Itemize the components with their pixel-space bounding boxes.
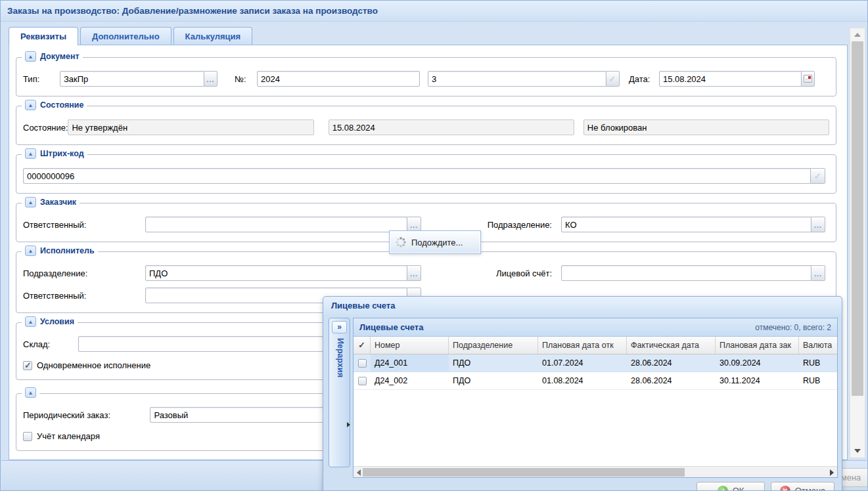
fieldset-barcode: ▲ Штрих-код ✓ [16,154,836,194]
doc-number-input[interactable] [257,71,420,87]
column-plan-open[interactable]: Плановая дата отк [538,337,627,354]
customer-responsible-label: Ответственный: [23,220,145,230]
doc-number-field [257,71,420,87]
row-checkbox[interactable] [358,377,367,385]
doc-date-calendar-icon[interactable] [802,71,815,87]
calendar-label: Учёт календаря [37,431,100,441]
customer-division-label: Подразделение: [488,220,561,230]
customer-division-field: ... [561,217,825,232]
executor-account-browse-icon[interactable]: ... [811,265,825,281]
table-row[interactable]: Д24_001 ПДО 01.07.2024 28.06.2024 30.09.… [354,354,837,372]
grid-count: отмечено: 0, всего: 2 [755,323,831,332]
customer-responsible-input[interactable] [145,217,407,232]
doc-date-label: Дата: [629,74,659,84]
simultaneous-checkbox[interactable] [23,361,32,370]
tab-rekvizity[interactable]: Реквизиты [9,27,78,45]
customer-division-group: Подразделение: ... [488,217,829,232]
simultaneous-label: Одновременное исполнение [37,360,150,370]
popup-title: Лицевые счета [323,297,842,315]
column-currency[interactable]: Валюта [799,337,837,354]
fieldset-state: ▲ Состояние Состояние: [16,106,836,145]
scroll-up-icon[interactable] [850,30,865,40]
cell-plan-open: 01.08.2024 [538,372,627,389]
calendar-checkbox[interactable] [23,432,32,441]
scroll-right-icon[interactable] [828,469,836,476]
fieldset-barcode-title: Штрих-код [40,149,84,158]
column-number[interactable]: Номер [371,337,449,354]
fieldset-periodic-legend: ▲ [22,387,39,398]
state-status-input [68,119,313,135]
calendar-glyph [804,75,812,83]
cancel-button[interactable]: ✕ Отмена [771,482,834,491]
collapse-icon[interactable]: ▲ [25,51,36,62]
fieldset-conditions-legend: ▲ Условия [22,316,78,327]
customer-division-browse-icon[interactable]: ... [811,217,825,232]
scroll-down-icon[interactable] [850,446,865,456]
cell-plan-open: 01.07.2024 [538,354,627,372]
cell-fact-date: 28.06.2024 [627,372,716,389]
grid-horizontal-scrollbar[interactable] [354,466,837,477]
accounts-popup: Лицевые счета » Иерархия Лицевые счета о… [323,296,842,491]
fieldset-state-legend: ▲ Состояние [22,100,87,110]
executor-division-label: Подразделение: [23,268,145,278]
executor-division-input[interactable] [145,265,407,281]
grid-title: Лицевые счета [359,322,423,332]
doc-number2-confirm-icon[interactable]: ✓ [606,71,620,87]
expand-panel-icon[interactable]: » [332,321,347,333]
grid-header: Лицевые счета отмечено: 0, всего: 2 [354,318,837,337]
periodic-order-label: Периодический заказ: [23,410,150,420]
cancel-x-icon: ✕ [780,486,790,491]
main-scrollbar[interactable] [850,28,865,458]
panel-resize-arrow-icon[interactable] [347,422,350,427]
doc-type-label: Тип: [23,74,60,84]
barcode-input[interactable] [23,168,811,184]
collapse-icon[interactable]: ▲ [25,148,36,159]
scrollbar-thumb[interactable] [852,41,863,396]
collapse-icon[interactable]: ▲ [25,197,36,207]
doc-date-input[interactable] [659,71,802,87]
cancel-button-label: Отмена [795,486,826,491]
tab-kalkulyaciya[interactable]: Калькуляция [173,27,253,45]
executor-account-label: Лицевой счёт: [496,268,561,278]
tab-dopolnitelno[interactable]: Дополнительно [80,27,171,45]
fieldset-customer-title: Заказчик [40,198,76,207]
collapse-icon[interactable]: ▲ [25,387,36,398]
executor-division-browse-icon[interactable]: ... [407,265,421,281]
scroll-left-icon[interactable] [355,469,363,476]
column-fact-date[interactable]: Фактическая дата [627,337,716,354]
ok-button[interactable]: ✓ ОК [697,482,765,491]
fieldset-customer-legend: ▲ Заказчик [22,197,80,207]
fieldset-document-legend: ▲ Документ [22,51,83,62]
hscrollbar-thumb[interactable] [363,468,685,477]
column-plan-close[interactable]: Плановая дата зак [716,337,799,354]
cell-plan-close: 30.11.2024 [716,372,799,389]
executor-account-group: Лицевой счёт: ... [496,265,829,281]
row-checkbox[interactable] [358,359,367,368]
warehouse-label: Склад: [23,339,78,349]
doc-type-input[interactable] [60,71,204,87]
cell-number: Д24_002 [371,372,449,389]
cell-currency: RUB [799,372,837,389]
column-division[interactable]: Подразделение [449,337,538,354]
barcode-confirm-icon[interactable]: ✓ [811,168,825,184]
fieldset-executor-title: Исполнитель [40,246,95,255]
wait-dialog: Подождите... [389,230,481,254]
doc-number2-input[interactable] [428,71,606,87]
customer-division-input[interactable] [561,217,811,232]
cell-division: ПДО [449,354,538,372]
collapse-icon[interactable]: ▲ [25,245,36,256]
doc-type-browse-icon[interactable]: ... [204,71,217,87]
executor-account-input[interactable] [561,265,811,281]
collapse-icon[interactable]: ▲ [25,316,36,327]
spinner-icon [396,237,406,247]
collapse-icon[interactable]: ▲ [25,100,36,110]
doc-number-label: №: [235,74,257,84]
table-row[interactable]: Д24_002 ПДО 01.08.2024 28.06.2024 30.11.… [354,372,837,390]
hierarchy-panel-collapsed[interactable]: » Иерархия [329,318,350,467]
cell-currency: RUB [799,354,837,372]
doc-number2-field: ✓ [428,71,620,87]
column-check-icon[interactable]: ✓ [354,337,371,354]
state-label: Состояние: [23,123,68,133]
window-title: Заказы на производство: Добавление/размн… [1,1,867,22]
wait-text: Подождите... [411,238,463,247]
